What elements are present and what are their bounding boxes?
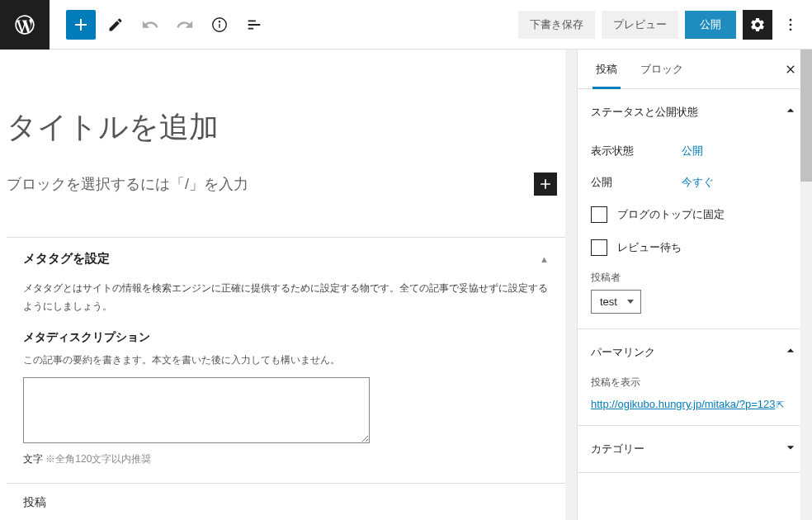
- meta-description-text: メタタグとはサイトの情報を検索エンジンに正確に提供するために設定する物です。全て…: [23, 280, 549, 315]
- main-area: タイトルを追加 ブロックを選択するには「/」を入力 メタタグを設定 ▲ メタタグ…: [0, 50, 812, 520]
- permalink-panel-body: 投稿を表示 http://ogikubo.hungry.jp/mitaka/?p…: [578, 376, 812, 425]
- add-block-button[interactable]: [66, 10, 96, 40]
- status-panel-body: 表示状態 公開 公開 今すぐ ブログのトップに固定 レビュー待ち 投稿者 t: [578, 135, 812, 329]
- svg-point-5: [790, 28, 792, 31]
- save-draft-button[interactable]: 下書き保存: [518, 11, 595, 39]
- permalink-panel-toggle[interactable]: パーマリンク: [578, 329, 812, 376]
- visibility-row: 表示状態 公開: [591, 135, 799, 167]
- meta-hint-text: この記事の要約を書きます。本文を書いた後に入力しても構いません。: [23, 353, 549, 367]
- post-title-input[interactable]: タイトルを追加: [7, 107, 565, 173]
- category-panel: カテゴリー: [578, 426, 812, 473]
- status-panel: ステータスと公開状態 表示状態 公開 公開 今すぐ ブログのトップに固定: [578, 89, 812, 329]
- visibility-label: 表示状態: [591, 144, 682, 158]
- publish-value-link[interactable]: 今すぐ: [682, 175, 714, 190]
- review-label: レビュー待ち: [617, 240, 682, 255]
- meta-description-textarea[interactable]: [23, 377, 370, 443]
- wordpress-logo[interactable]: [0, 0, 50, 50]
- toolbar-left: [50, 10, 269, 40]
- inline-add-block-button[interactable]: [534, 173, 557, 196]
- svg-point-2: [219, 21, 220, 21]
- meta-char-counter: 文字 ※全角120文字以内推奨: [23, 452, 549, 466]
- block-prompt-row: ブロックを選択するには「/」を入力: [7, 173, 565, 196]
- tab-post[interactable]: 投稿: [584, 50, 629, 88]
- meta-panel-title: メタタグを設定: [23, 251, 110, 267]
- stick-to-top-row: ブログのトップに固定: [591, 198, 799, 231]
- category-panel-toggle[interactable]: カテゴリー: [578, 426, 812, 472]
- publish-button[interactable]: 公開: [685, 11, 736, 39]
- block-prompt-text[interactable]: ブロックを選択するには「/」を入力: [7, 174, 248, 194]
- undo-button[interactable]: [135, 10, 165, 40]
- editor-column: タイトルを追加 ブロックを選択するには「/」を入力 メタタグを設定 ▲ メタタグ…: [0, 50, 565, 520]
- chevron-up-icon: [782, 343, 799, 362]
- permalink-view-label: 投稿を表示: [591, 376, 799, 390]
- author-label: 投稿者: [591, 264, 799, 290]
- chevron-up-icon: [782, 102, 799, 122]
- more-options-button[interactable]: [779, 10, 802, 40]
- toolbar-right: 下書き保存 プレビュー 公開: [518, 10, 812, 40]
- settings-sidebar: 投稿 ブロック ステータスと公開状態 表示状態 公開 公開: [577, 50, 812, 520]
- meta-panel-body: メタタグとはサイトの情報を検索エンジンに正確に提供するために設定する物です。全て…: [7, 280, 565, 483]
- edit-tools-button[interactable]: [101, 10, 130, 40]
- author-select[interactable]: test: [591, 290, 641, 314]
- meta-panel: メタタグを設定 ▲ メタタグとはサイトの情報を検索エンジンに正確に提供するために…: [7, 237, 565, 520]
- category-panel-title: カテゴリー: [591, 442, 644, 456]
- stick-checkbox[interactable]: [591, 206, 607, 223]
- svg-point-3: [790, 18, 792, 21]
- preview-button[interactable]: プレビュー: [602, 11, 678, 39]
- info-button[interactable]: [205, 10, 234, 40]
- publish-label: 公開: [591, 175, 682, 190]
- external-link-icon: ⇱: [777, 399, 784, 410]
- sidebar-scrollthumb[interactable]: [800, 50, 812, 182]
- meta-panel-toggle[interactable]: メタタグを設定 ▲: [7, 238, 565, 280]
- visibility-value-link[interactable]: 公開: [682, 144, 703, 158]
- post-meta-section[interactable]: 投稿: [7, 483, 565, 520]
- stick-label: ブログのトップに固定: [617, 207, 725, 222]
- caret-up-icon: ▲: [540, 254, 549, 264]
- permalink-panel: パーマリンク 投稿を表示 http://ogikubo.hungry.jp/mi…: [578, 329, 812, 426]
- sidebar-tabs: 投稿 ブロック: [578, 50, 812, 89]
- settings-button[interactable]: [743, 10, 772, 40]
- chevron-down-icon: [782, 439, 799, 459]
- permalink-panel-title: パーマリンク: [591, 345, 655, 360]
- svg-point-4: [790, 23, 792, 26]
- review-checkbox[interactable]: [591, 239, 607, 256]
- sidebar-scrollbar[interactable]: [800, 50, 812, 520]
- top-toolbar: 下書き保存 プレビュー 公開: [0, 0, 812, 50]
- tab-block[interactable]: ブロック: [629, 50, 695, 88]
- status-panel-toggle[interactable]: ステータスと公開状態: [578, 89, 812, 135]
- pending-review-row: レビュー待ち: [591, 231, 799, 264]
- publish-date-row: 公開 今すぐ: [591, 167, 799, 198]
- outline-button[interactable]: [239, 10, 269, 40]
- meta-subheading: メタディスクリプション: [23, 330, 549, 345]
- status-panel-title: ステータスと公開状態: [591, 105, 698, 120]
- permalink-url-link[interactable]: http://ogikubo.hungry.jp/mitaka/?p=123⇱: [591, 398, 784, 410]
- redo-button[interactable]: [170, 10, 200, 40]
- editor-scrollbar[interactable]: [565, 50, 577, 520]
